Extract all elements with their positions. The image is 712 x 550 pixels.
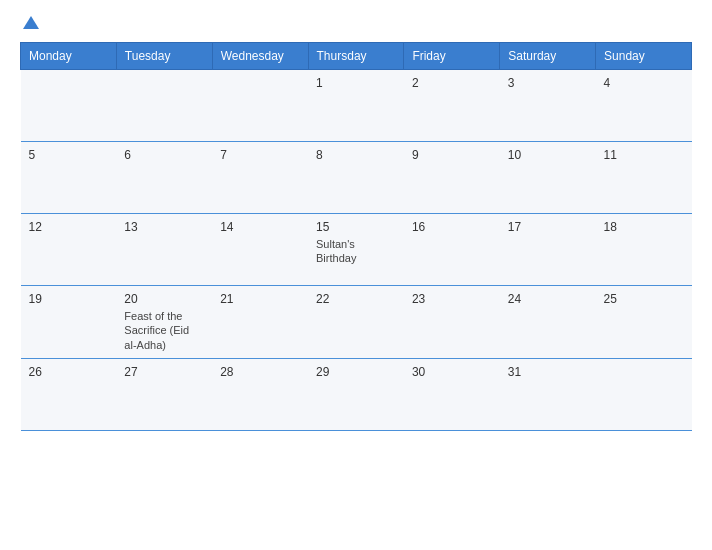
weekday-header-wednesday: Wednesday [212, 43, 308, 70]
calendar-cell: 28 [212, 358, 308, 430]
calendar-cell: 16 [404, 214, 500, 286]
day-number: 14 [220, 220, 300, 234]
day-number: 7 [220, 148, 300, 162]
day-number: 15 [316, 220, 396, 234]
calendar-cell: 5 [21, 142, 117, 214]
calendar-cell: 17 [500, 214, 596, 286]
day-number: 21 [220, 292, 300, 306]
day-number: 11 [604, 148, 684, 162]
day-number: 16 [412, 220, 492, 234]
day-number: 10 [508, 148, 588, 162]
day-number: 23 [412, 292, 492, 306]
calendar-cell: 19 [21, 286, 117, 359]
day-number: 27 [124, 365, 204, 379]
day-number: 22 [316, 292, 396, 306]
calendar-cell: 10 [500, 142, 596, 214]
day-number: 4 [604, 76, 684, 90]
calendar-cell: 7 [212, 142, 308, 214]
weekday-header-thursday: Thursday [308, 43, 404, 70]
day-number: 24 [508, 292, 588, 306]
day-number: 8 [316, 148, 396, 162]
weekday-header-friday: Friday [404, 43, 500, 70]
calendar-cell: 14 [212, 214, 308, 286]
day-number: 29 [316, 365, 396, 379]
calendar-cell: 11 [596, 142, 692, 214]
calendar-cell: 8 [308, 142, 404, 214]
calendar-cell: 26 [21, 358, 117, 430]
day-number: 2 [412, 76, 492, 90]
day-number: 18 [604, 220, 684, 234]
calendar-cell: 30 [404, 358, 500, 430]
header [20, 16, 692, 30]
day-number: 9 [412, 148, 492, 162]
calendar-cell: 2 [404, 70, 500, 142]
weekday-header-tuesday: Tuesday [116, 43, 212, 70]
day-number: 1 [316, 76, 396, 90]
calendar-week-4: 1920Feast of the Sacrifice (Eid al-Adha)… [21, 286, 692, 359]
calendar-cell: 20Feast of the Sacrifice (Eid al-Adha) [116, 286, 212, 359]
logo-triangle-icon [23, 16, 39, 29]
calendar-week-1: 1234 [21, 70, 692, 142]
calendar-cell: 3 [500, 70, 596, 142]
weekday-header-monday: Monday [21, 43, 117, 70]
calendar-cell: 29 [308, 358, 404, 430]
day-number: 6 [124, 148, 204, 162]
calendar-cell: 24 [500, 286, 596, 359]
calendar-cell: 22 [308, 286, 404, 359]
calendar-cell: 12 [21, 214, 117, 286]
day-number: 25 [604, 292, 684, 306]
calendar-cell: 15Sultan's Birthday [308, 214, 404, 286]
weekday-header-sunday: Sunday [596, 43, 692, 70]
calendar-cell: 18 [596, 214, 692, 286]
day-number: 26 [29, 365, 109, 379]
calendar-week-3: 12131415Sultan's Birthday161718 [21, 214, 692, 286]
day-number: 31 [508, 365, 588, 379]
day-number: 17 [508, 220, 588, 234]
calendar-week-5: 262728293031 [21, 358, 692, 430]
day-number: 20 [124, 292, 204, 306]
weekday-header-saturday: Saturday [500, 43, 596, 70]
calendar-cell: 13 [116, 214, 212, 286]
calendar-cell: 4 [596, 70, 692, 142]
calendar-cell: 23 [404, 286, 500, 359]
day-number: 28 [220, 365, 300, 379]
calendar-cell: 31 [500, 358, 596, 430]
calendar-cell [21, 70, 117, 142]
day-number: 13 [124, 220, 204, 234]
calendar-table: MondayTuesdayWednesdayThursdayFridaySatu… [20, 42, 692, 431]
calendar-cell: 25 [596, 286, 692, 359]
day-number: 30 [412, 365, 492, 379]
day-number: 19 [29, 292, 109, 306]
calendar-week-2: 567891011 [21, 142, 692, 214]
calendar-cell [116, 70, 212, 142]
calendar-cell [212, 70, 308, 142]
calendar-cell: 1 [308, 70, 404, 142]
logo [20, 16, 39, 30]
day-event: Feast of the Sacrifice (Eid al-Adha) [124, 310, 189, 351]
calendar-cell: 6 [116, 142, 212, 214]
day-event: Sultan's Birthday [316, 238, 356, 264]
page: MondayTuesdayWednesdayThursdayFridaySatu… [0, 0, 712, 550]
day-number: 3 [508, 76, 588, 90]
day-number: 12 [29, 220, 109, 234]
calendar-cell [596, 358, 692, 430]
calendar-cell: 27 [116, 358, 212, 430]
day-number: 5 [29, 148, 109, 162]
calendar-cell: 9 [404, 142, 500, 214]
weekday-header-row: MondayTuesdayWednesdayThursdayFridaySatu… [21, 43, 692, 70]
calendar-cell: 21 [212, 286, 308, 359]
